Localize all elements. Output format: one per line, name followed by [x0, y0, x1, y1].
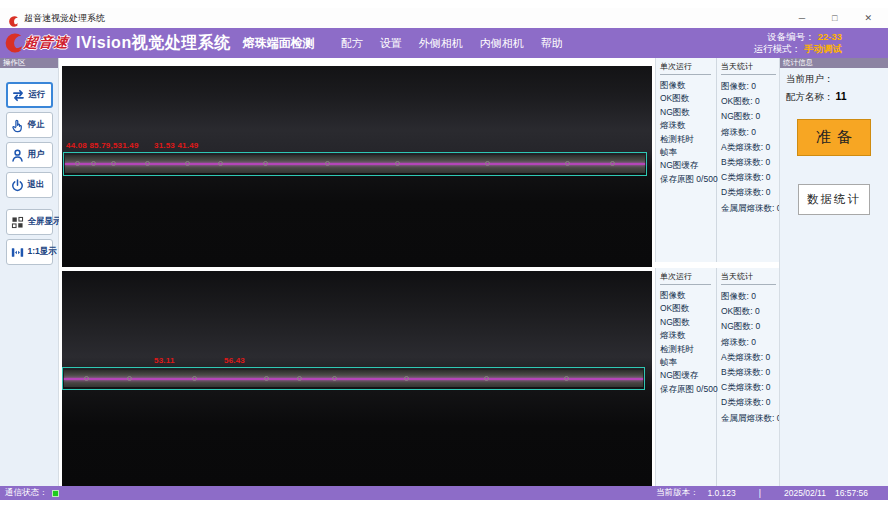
current-user-label: 当前用户： — [786, 73, 834, 84]
minimize-button[interactable]: ─ — [799, 14, 805, 23]
close-button[interactable]: ✕ — [864, 14, 872, 23]
stats-column: 单次运行图像数OK图数NG图数熔珠数检测耗时帧率NG图缓存保存原图 0/500当… — [655, 58, 779, 486]
run-mode-value: 手动调试 — [804, 43, 842, 54]
weld-strip — [65, 155, 645, 173]
stat-row: 帧率 — [660, 356, 716, 369]
stat-col-today: 当天统计图像数: 0OK图数: 0NG图数: 0熔珠数: 0A类熔珠数: 0B类… — [717, 58, 781, 262]
button-label: 1:1显示 — [28, 246, 57, 258]
menu-item-inner-camera[interactable]: 内侧相机 — [480, 36, 524, 51]
stat-row: OK图数 — [660, 302, 716, 315]
feature-dot — [111, 161, 116, 166]
info-panel: 统计信息 当前用户： 配方名称：11 准备 数据统计 — [779, 58, 888, 486]
feature-dot — [75, 161, 80, 166]
stat-col-single-run: 单次运行图像数OK图数NG图数熔珠数检测耗时帧率NG图缓存保存原图 0/500 — [656, 268, 717, 486]
feature-dot — [145, 161, 150, 166]
version-label: 当前版本： — [656, 487, 699, 499]
window-controls: ─ □ ✕ — [799, 14, 872, 23]
menu-bar: 配方设置外侧相机内侧相机帮助 — [341, 36, 563, 51]
stat-row: B类熔珠数: 0 — [721, 365, 781, 380]
feature-dot — [91, 161, 96, 166]
feature-dot — [218, 161, 223, 166]
stat-col-today: 当天统计图像数: 0OK图数: 0NG图数: 0熔珠数: 0A类熔珠数: 0B类… — [717, 268, 781, 486]
feature-dot — [404, 376, 409, 381]
stop-icon — [10, 117, 26, 133]
stat-row: OK图数: 0 — [721, 94, 781, 109]
stat-row: 金属屑熔珠数: 0 — [721, 411, 781, 426]
feature-dot — [484, 376, 489, 381]
stat-row: NG图数 — [660, 316, 716, 329]
window-title: 超音速视觉处理系统 — [24, 12, 105, 25]
feature-dot — [325, 161, 330, 166]
stop-button[interactable]: 停止 — [6, 112, 53, 138]
feature-dot — [264, 376, 269, 381]
stat-row: B类熔珠数: 0 — [721, 155, 781, 170]
button-label: 停止 — [28, 119, 45, 131]
stat-row: NG图缓存 — [660, 369, 716, 382]
laser-line — [64, 378, 643, 380]
stat-row: D类熔珠数: 0 — [721, 185, 781, 200]
stat-row: A类熔珠数: 0 — [721, 140, 781, 155]
sidebar-buttons: 运行停止用户退出全屏显示1:1显示 — [0, 68, 58, 269]
stat-row: NG图数: 0 — [721, 109, 781, 124]
menu-item-outer-camera[interactable]: 外侧相机 — [419, 36, 463, 51]
time-value: 16:57:56 — [835, 488, 868, 498]
exit-icon — [10, 177, 26, 193]
stat-row: C类熔珠数: 0 — [721, 380, 781, 395]
menu-item-recipe[interactable]: 配方 — [341, 36, 363, 51]
version-info: 当前版本： 1.0.123 | 2025/02/11 16:57:56 — [647, 487, 868, 499]
feature-dot — [332, 376, 337, 381]
feature-dot — [185, 161, 190, 166]
stats-panel-2: 单次运行图像数OK图数NG图数熔珠数检测耗时帧率NG图缓存保存原图 0/500当… — [655, 268, 779, 486]
stat-row: 帧率 — [660, 146, 716, 159]
stat-col-title: 当天统计 — [721, 61, 776, 75]
app-logo-icon — [8, 13, 19, 24]
run-button[interactable]: 运行 — [6, 82, 53, 108]
titlebar: 超音速视觉处理系统 ─ □ ✕ — [0, 8, 888, 28]
brand-name: 超音速 — [23, 34, 70, 52]
main-content: 操作区 运行停止用户退出全屏显示1:1显示 44.08 85.79,531.49… — [0, 58, 888, 486]
exit-button[interactable]: 退出 — [6, 172, 53, 198]
inner-camera-viewport: 53.1156.43 — [62, 271, 652, 486]
operation-sidebar: 操作区 运行停止用户退出全屏显示1:1显示 — [0, 58, 59, 486]
stat-row: 图像数: 0 — [721, 289, 781, 304]
weld-strip — [64, 370, 643, 387]
stats-panel-1: 单次运行图像数OK图数NG图数熔珠数检测耗时帧率NG图缓存保存原图 0/500当… — [655, 58, 779, 262]
stat-row: D类熔珠数: 0 — [721, 395, 781, 410]
feature-dot — [263, 161, 268, 166]
outer-camera-viewport: 44.08 85.79,531.4931.53 41.49 — [62, 66, 652, 267]
fullscreen-button[interactable]: 全屏显示 — [6, 209, 53, 235]
feature-dot — [565, 161, 570, 166]
menu-item-settings[interactable]: 设置 — [380, 36, 402, 51]
button-label: 退出 — [28, 179, 45, 191]
data-statistics-button[interactable]: 数据统计 — [798, 184, 870, 215]
feature-dot — [485, 161, 490, 166]
prepare-button[interactable]: 准备 — [797, 119, 871, 156]
separator: | — [759, 488, 761, 498]
run-mode-label: 运行模式： — [754, 43, 802, 54]
stat-row: 保存原图 0/500 — [660, 173, 716, 186]
device-number-row: 设备编号：22-33 — [754, 31, 843, 43]
stat-row: C类熔珠数: 0 — [721, 170, 781, 185]
fullscreen-icon — [10, 214, 26, 230]
stat-row: 熔珠数 — [660, 329, 716, 342]
one-to-one-button[interactable]: 1:1显示 — [6, 239, 53, 265]
one-to-one-icon — [10, 244, 26, 260]
menu-item-help[interactable]: 帮助 — [541, 36, 563, 51]
stat-row: OK图数 — [660, 92, 716, 105]
recipe-name-value: 11 — [836, 90, 847, 102]
recipe-name-row: 配方名称：11 — [780, 86, 888, 104]
recipe-name-label: 配方名称： — [786, 91, 834, 102]
stat-row: 熔珠数 — [660, 119, 716, 132]
run-icon — [11, 87, 27, 103]
stat-row: 检测耗时 — [660, 343, 716, 356]
stat-row: 熔珠数: 0 — [721, 335, 781, 350]
app-title: IVision视觉处理系统 — [76, 33, 231, 54]
measurement-annotation: 56.43 — [224, 356, 245, 365]
date-value: 2025/02/11 — [784, 488, 826, 498]
button-label: 用户 — [28, 149, 45, 161]
maximize-button[interactable]: □ — [832, 14, 837, 23]
button-label: 运行 — [29, 89, 46, 101]
user-button[interactable]: 用户 — [6, 142, 53, 168]
feature-dot — [395, 161, 400, 166]
stat-row: 图像数 — [660, 79, 716, 92]
